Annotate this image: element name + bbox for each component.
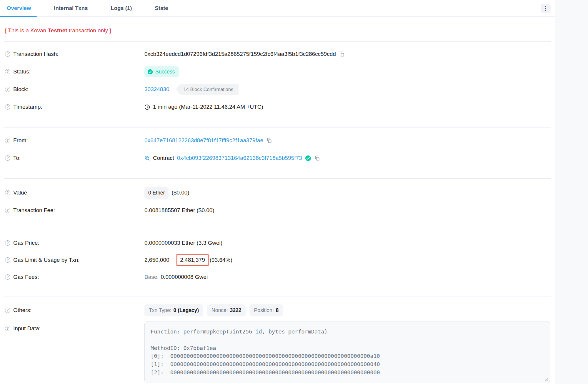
row-block: ? Block: 30324830 14 Block Confirmations	[0, 81, 555, 98]
testnet-warning: [ This is a Kovan Testnet transaction on…	[0, 17, 555, 34]
row-gas-fees: ? Gas Fees: Base: 0.000000008 Gwei	[0, 269, 555, 286]
row-value: ? Value: 0 Ether ($0.00)	[0, 184, 555, 202]
group-addresses: ? From: 0x647e7168122263d8e7f81f17fff9c2…	[0, 128, 555, 171]
help-icon[interactable]: ?	[5, 308, 10, 313]
nonce-badge: Nonce: 3222	[207, 304, 246, 316]
tab-overview[interactable]: Overview	[1, 0, 37, 16]
position-badge: Position: 8	[249, 304, 283, 316]
tab-bar: Overview Internal Txns Logs (1) State	[0, 0, 555, 17]
clock-icon	[144, 104, 150, 110]
tab-internal-txns[interactable]: Internal Txns	[48, 0, 94, 16]
from-label: From:	[13, 137, 28, 144]
row-others: ? Others: Txn Type: 0 (Legacy) Nonce: 32…	[0, 302, 555, 319]
timestamp-label: Timestamp:	[13, 104, 42, 110]
help-icon[interactable]: ?	[5, 274, 10, 280]
others-label: Others:	[13, 307, 31, 313]
gas-fees-label: Gas Fees:	[13, 274, 39, 280]
block-confirmations-badge: 14 Block Confirmations	[176, 84, 239, 95]
check-circle-icon	[147, 69, 153, 75]
copy-icon[interactable]	[339, 51, 345, 57]
copy-icon[interactable]	[314, 155, 320, 161]
block-label: Block:	[13, 86, 29, 93]
row-transaction-fee: ? Transaction Fee: 0.0081885507 Ether ($…	[0, 202, 555, 219]
transaction-details-card: Overview Internal Txns Logs (1) State [ …	[0, 0, 555, 384]
transaction-fee-value: 0.0081885507 Ether ($0.00)	[144, 207, 214, 214]
tab-state[interactable]: State	[149, 0, 174, 16]
transaction-fee-label: Transaction Fee:	[13, 207, 55, 214]
help-icon[interactable]: ?	[5, 87, 10, 92]
help-icon[interactable]: ?	[5, 155, 10, 161]
group-summary: ? Transaction Hash: 0xcb324eedcd1d07296f…	[0, 42, 555, 120]
group-others-input: ? Others: Txn Type: 0 (Legacy) Nonce: 32…	[0, 296, 555, 384]
gas-limit-label: Gas Limit & Usage by Txn:	[13, 257, 80, 263]
help-icon[interactable]: ?	[5, 326, 10, 331]
status-label: Status:	[13, 68, 31, 75]
help-icon[interactable]: ?	[5, 69, 10, 74]
row-timestamp: ? Timestamp: 1 min ago (Mar-11-2022 11:4…	[0, 98, 555, 116]
row-gas-limit-usage: ? Gas Limit & Usage by Txn: 2,650,000 | …	[0, 251, 555, 269]
input-data-label: Input Data:	[13, 325, 41, 332]
pipe-separator: |	[172, 257, 174, 263]
gas-price-value: 0.0000000033 Ether (3.3 Gwei)	[144, 240, 222, 246]
help-icon[interactable]: ?	[5, 190, 10, 195]
more-options-button[interactable]	[541, 4, 551, 13]
row-to: ? To: Contract 0x4cb093f226983713164a621…	[0, 149, 555, 167]
help-icon[interactable]: ?	[5, 257, 10, 263]
input-data-box[interactable]: Function: performUpkeep(uint256 id, byte…	[144, 321, 550, 383]
kebab-icon	[545, 6, 546, 7]
row-from: ? From: 0x647e7168122263d8e7f81f17fff9c2…	[0, 132, 555, 149]
usd-value: ($0.00)	[171, 190, 189, 196]
verified-check-icon	[305, 155, 311, 161]
ether-value-badge: 0 Ether	[144, 187, 169, 199]
input-data-content: Function: performUpkeep(uint256 id, byte…	[151, 328, 544, 377]
help-icon[interactable]: ?	[5, 104, 10, 110]
tab-logs[interactable]: Logs (1)	[105, 0, 138, 16]
gas-limit-value: 2,650,000	[144, 257, 169, 263]
row-input-data: ? Input Data: Function: performUpkeep(ui…	[0, 321, 555, 383]
transaction-hash-label: Transaction Hash:	[13, 51, 58, 57]
status-badge: Success	[144, 66, 179, 77]
zoom-in-icon[interactable]	[144, 155, 150, 161]
transaction-hash-value: 0xcb324eedcd1d07296fdf3d215a2865275f159c…	[144, 51, 336, 57]
to-address-link[interactable]: 0x4cb093f226983713164a62138c3f718a5b595f…	[177, 155, 302, 161]
help-icon[interactable]: ?	[5, 51, 10, 57]
gas-price-label: Gas Price:	[13, 240, 39, 246]
block-number-link[interactable]: 30324830	[144, 86, 169, 93]
help-icon[interactable]: ?	[5, 208, 10, 213]
group-value: ? Value: 0 Ether ($0.00) ? Transaction F…	[0, 179, 555, 222]
txn-type-badge: Txn Type: 0 (Legacy)	[144, 304, 203, 316]
group-gas: ? Gas Price: 0.0000000033 Ether (3.3 Gwe…	[0, 230, 555, 289]
base-fee-label: Base:	[144, 274, 159, 280]
gas-used-annotation-box: 2,481,379	[176, 254, 209, 266]
timestamp-value: 1 min ago (Mar-11-2022 11:46:24 AM +UTC)	[153, 104, 263, 110]
row-transaction-hash: ? Transaction Hash: 0xcb324eedcd1d07296f…	[0, 45, 555, 63]
to-label: To:	[13, 155, 21, 161]
copy-icon[interactable]	[266, 137, 272, 143]
row-status: ? Status: Success	[0, 63, 555, 81]
row-gas-price: ? Gas Price: 0.0000000033 Ether (3.3 Gwe…	[0, 234, 555, 251]
gas-used-percent: (93.64%)	[210, 257, 232, 263]
to-contract-prefix: Contract	[153, 155, 174, 161]
value-label: Value:	[13, 190, 29, 196]
from-address-link[interactable]: 0x647e7168122263d8e7f81f17fff9c2f1aa379f…	[144, 137, 263, 144]
base-fee-value: 0.000000008 Gwei	[161, 274, 208, 280]
help-icon[interactable]: ?	[5, 240, 10, 246]
gas-used-value: 2,481,379	[180, 257, 205, 263]
help-icon[interactable]: ?	[5, 138, 10, 143]
